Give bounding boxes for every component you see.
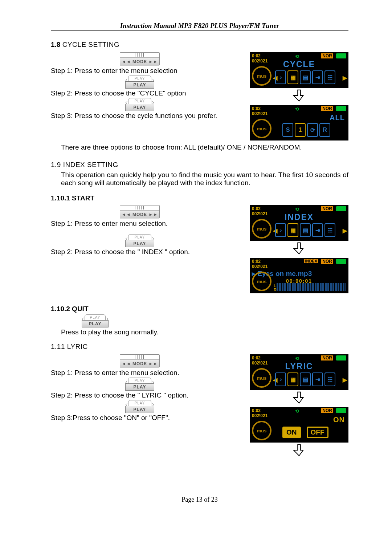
lcd-battery-icon bbox=[336, 206, 346, 211]
lcd-cell: ▦ bbox=[287, 223, 298, 237]
lcd-cell: ▦ bbox=[287, 70, 298, 84]
lcd-nor-badge: NOR bbox=[321, 355, 333, 360]
step-text: Step 3:Press bbox=[51, 414, 92, 421]
lcd-nor-badge: NOR bbox=[321, 408, 333, 413]
lcd-cell: ⇥ bbox=[312, 223, 323, 237]
down-arrow-icon bbox=[250, 391, 348, 406]
lcd-loop-icon: ⟲ bbox=[295, 106, 299, 112]
mode-button-label: ◄◄ MODE ►► bbox=[120, 58, 159, 66]
lcd-arrow-right-icon: ▶ bbox=[343, 74, 347, 81]
lcd-icon-row: ♪ ▦ ▤ ⇥ ☷ bbox=[275, 70, 335, 84]
lcd-option-row: ON OFF bbox=[282, 427, 328, 438]
play-button-icon: PLAY PLAY bbox=[125, 98, 154, 111]
lcd-cell: ♪ bbox=[275, 70, 286, 84]
lcd-time: 0:02 bbox=[252, 53, 261, 58]
lcd-loop-icon: ⟲ bbox=[295, 207, 299, 212]
lcd-loop-icon: ⟲ bbox=[295, 408, 299, 414]
step-text: to choose the "CYCLE" option bbox=[94, 89, 186, 97]
lcd-cell: ☷ bbox=[324, 223, 335, 237]
step-text: to enter the menu selection. bbox=[94, 369, 179, 376]
lcd-nor-badge: NOR bbox=[321, 206, 333, 211]
lcd-time: 0:02 bbox=[252, 206, 261, 211]
step-1-10-2: Press to play the song normally. bbox=[61, 328, 279, 336]
step-1-11-1: Step 1: Press to enter the menu selectio… bbox=[51, 369, 240, 377]
play-button-top: PLAY bbox=[128, 400, 151, 406]
step-text: Step 2: Press bbox=[51, 391, 94, 399]
step-text: Press bbox=[61, 328, 81, 336]
step-text: to play the song normally. bbox=[81, 328, 159, 336]
lcd-cell: ▦ bbox=[287, 372, 298, 386]
lcd-cell: ☷ bbox=[324, 70, 335, 84]
lcd-disc-icon: mus bbox=[252, 219, 271, 239]
play-button-top: PLAY bbox=[128, 76, 151, 81]
play-button-icon: PLAY PLAY bbox=[125, 400, 154, 413]
step-1-11-3: Step 3:Press to choose "ON" or "OFF". bbox=[51, 414, 240, 422]
lcd-cell: ⇥ bbox=[312, 70, 323, 84]
step-text: Step 2: Press bbox=[51, 89, 94, 97]
play-button-top: PLAY bbox=[128, 234, 151, 240]
play-button-icon: PLAY PLAY bbox=[125, 378, 154, 391]
lcd-nor-badge: NOR bbox=[321, 106, 333, 111]
lcd-time: 0:02 bbox=[252, 355, 261, 360]
play-button-top: PLAY bbox=[85, 314, 106, 320]
play-button-label: PLAY bbox=[125, 406, 154, 413]
step-text: to enter the menu selection bbox=[94, 67, 177, 74]
lcd-battery-icon bbox=[336, 106, 346, 111]
lcd-cell: ♪ bbox=[275, 223, 286, 237]
lcd-time: 0:02 bbox=[252, 259, 261, 264]
lcd-disc-icon: mus bbox=[252, 421, 271, 440]
lcd-vu-bars bbox=[277, 283, 346, 291]
note-1-8: There are three options to choose from: … bbox=[61, 143, 348, 151]
lcd-arrow-right-icon: ▶ bbox=[343, 376, 347, 383]
heading-1-11: 1.11 LYRIC bbox=[51, 343, 348, 351]
lcd-icon-row: S 1 ⟳ R bbox=[282, 123, 330, 137]
step-text: to choose "ON" or "OFF". bbox=[92, 414, 170, 421]
lcd-cell: 1 bbox=[295, 123, 306, 137]
lcd-arrow-right-icon: ▶ bbox=[343, 227, 347, 234]
step-1-8-2: Step 2: Press to choose the "CYCLE" opti… bbox=[51, 89, 240, 97]
lcd-cell: ⇥ bbox=[312, 372, 323, 386]
lcd-icon-row: ♪ ▦ ▤ ⇥ ☷ bbox=[275, 223, 335, 237]
lcd-nor-badge: NOR bbox=[321, 259, 333, 264]
lcd-count: 002\021 bbox=[252, 264, 268, 269]
lcd-disc-icon: mus bbox=[252, 66, 271, 86]
mode-button-icon: | | | | | ◄◄ MODE ►► bbox=[120, 52, 160, 65]
step-text: to choose the cycle functions you prefer… bbox=[94, 112, 217, 119]
lcd-lr-label: LR bbox=[274, 284, 277, 292]
lcd-cell: ▤ bbox=[300, 372, 311, 386]
down-arrow-icon bbox=[250, 241, 348, 256]
play-button-icon: PLAY PLAY bbox=[125, 234, 154, 247]
lcd-battery-icon bbox=[336, 355, 346, 360]
heading-1-10-2: 1.10.2 QUIT bbox=[51, 305, 348, 313]
lcd-time: 0:02 bbox=[252, 106, 261, 111]
step-text: to choose the " LYRIC " option. bbox=[94, 391, 188, 399]
heading-title: CYCLE SETTING bbox=[62, 41, 119, 48]
step-text: Step 2: Press bbox=[51, 248, 94, 256]
heading-1-8: 1.8 CYCLE SETTING bbox=[51, 41, 348, 49]
lcd-cell: ⟳ bbox=[307, 123, 318, 137]
step-1-11-2: Step 2: Press to choose the " LYRIC " op… bbox=[51, 391, 240, 399]
lcd-option-on: ON bbox=[282, 427, 301, 438]
lcd-cell: ♪ bbox=[275, 372, 286, 386]
down-arrow-icon bbox=[250, 443, 348, 458]
play-button-label: PLAY bbox=[125, 240, 154, 247]
heading-1-9: 1.9 INDEX SETTING bbox=[51, 161, 348, 169]
mode-button-icon: | | | | | ◄◄ MODE ►► bbox=[120, 205, 160, 218]
play-button-icon: PLAY PLAY bbox=[125, 76, 154, 89]
lcd-icon-row: ♪ ▦ ▤ ⇥ ☷ bbox=[275, 372, 335, 386]
lcd-nor-badge: NOR bbox=[321, 53, 333, 58]
lcd-loop-icon: ⟲ bbox=[295, 54, 299, 59]
play-button-top: PLAY bbox=[128, 98, 151, 104]
step-text: Step 3: Press bbox=[51, 112, 94, 119]
lcd-cell: ☷ bbox=[324, 372, 335, 386]
play-button-label: PLAY bbox=[125, 104, 154, 111]
mode-button-top: | | | | | bbox=[120, 205, 159, 211]
play-button-top: PLAY bbox=[128, 378, 151, 383]
mode-button-top: | | | | | bbox=[120, 53, 159, 58]
lcd-disc-icon: mus bbox=[252, 368, 271, 388]
lcd-lyric-onoff: 0:02 002\021 ⟲ NOR ON mus ON OFF bbox=[250, 407, 348, 443]
play-button-label: PLAY bbox=[125, 383, 154, 391]
step-1-8-3: Step 3: Press to choose the cycle functi… bbox=[51, 112, 240, 120]
lcd-cell: S bbox=[282, 123, 293, 137]
mode-button-label: ◄◄ MODE ►► bbox=[120, 360, 159, 368]
